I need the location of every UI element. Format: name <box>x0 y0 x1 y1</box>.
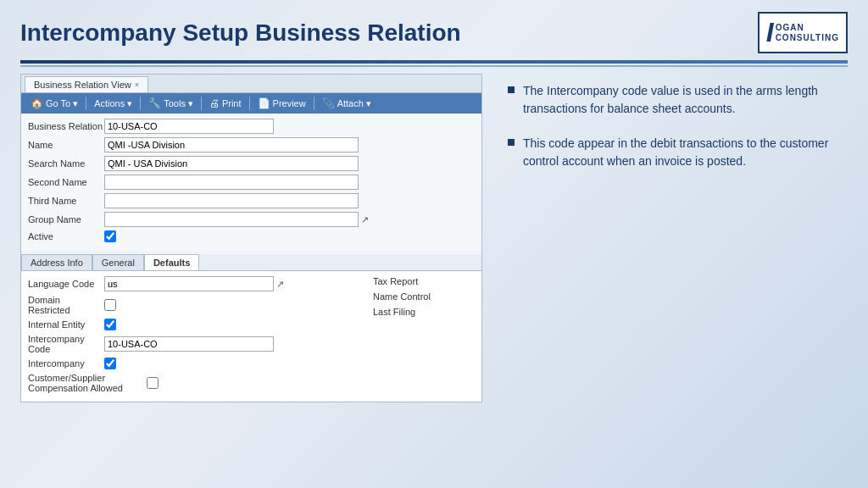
language-code-link-icon[interactable]: ↗ <box>276 279 284 290</box>
main-content: Business Relation View × 🏠 Go To ▾ Actio… <box>0 74 868 402</box>
right-label-name-control: Name Control <box>373 291 475 302</box>
tools-arrow: ▾ <box>188 98 193 109</box>
label-language-code: Language Code <box>28 279 104 289</box>
attach-label: Attach <box>337 98 364 108</box>
logo-text: OGAN CONSULTING <box>776 23 839 43</box>
form-row-search-name: Search Name <box>28 156 475 171</box>
actions-label: Actions <box>94 98 125 108</box>
divider-bottom <box>20 65 848 67</box>
preview-button[interactable]: 📄 Preview <box>253 96 310 111</box>
attach-arrow: ▾ <box>366 98 371 109</box>
form-row-compensation: Customer/Supplier Compensation Allowed <box>28 373 356 393</box>
logo-line1: OGAN <box>776 23 839 33</box>
attach-icon: 📎 <box>322 97 335 109</box>
preview-label: Preview <box>273 98 306 108</box>
tools-label: Tools <box>164 98 186 108</box>
right-label-last-filing: Last Filing <box>373 307 475 317</box>
goto-label: Go To <box>46 98 70 108</box>
input-group-name[interactable] <box>104 212 359 227</box>
print-button[interactable]: 🖨 Print <box>205 96 246 111</box>
bullet-item-1: The Intercompany code value is used in t… <box>508 82 839 118</box>
right-label-tax-report: Tax Report <box>373 276 475 286</box>
sub-tabs: Address Info General Defaults <box>21 254 481 271</box>
form-row-intercompany-code: Intercompany Code <box>28 334 356 354</box>
label-domain-restricted: Domain Restricted <box>28 295 104 315</box>
left-panel: Business Relation View × 🏠 Go To ▾ Actio… <box>20 74 482 402</box>
input-search-name[interactable] <box>104 156 359 171</box>
bullet-text-2: This code appear in the debit transactio… <box>523 135 839 170</box>
logo: I OGAN CONSULTING <box>758 12 848 53</box>
tab-defaults[interactable]: Defaults <box>144 254 199 270</box>
header: Intercompany Setup Business Relation I O… <box>0 0 868 60</box>
form-row-second-name: Second Name <box>28 175 475 190</box>
bullet-icon-1 <box>508 86 515 93</box>
form-row-domain-restricted: Domain Restricted <box>28 295 356 315</box>
toolbar: 🏠 Go To ▾ Actions ▾ 🔧 Tools ▾ 🖨 <box>21 93 481 114</box>
sep5 <box>314 97 314 110</box>
form-body: Business Relation Name Search Name Secon… <box>21 114 481 251</box>
divider-top <box>20 60 848 64</box>
label-search-name: Search Name <box>28 158 104 169</box>
label-group-name: Group Name <box>28 214 104 225</box>
form-row-group-name: Group Name ↗ <box>28 212 475 227</box>
preview-icon: 📄 <box>258 97 270 109</box>
actions-arrow: ▾ <box>127 98 132 109</box>
logo-line2: CONSULTING <box>776 33 839 43</box>
label-internal-entity: Internal Entity <box>28 319 104 330</box>
sub-form: Language Code ↗ Domain Restricted Intern… <box>21 271 481 402</box>
sep4 <box>249 97 250 110</box>
checkbox-internal-entity[interactable] <box>104 319 116 330</box>
form-row-business-relation: Business Relation <box>28 119 475 134</box>
label-name: Name <box>28 140 104 150</box>
tools-icon: 🔧 <box>148 97 161 109</box>
sep2 <box>140 97 141 110</box>
logo-icon: I <box>766 17 774 48</box>
tab-address-info[interactable]: Address Info <box>21 254 92 270</box>
form-row-third-name: Third Name <box>28 193 475 208</box>
label-intercompany: Intercompany <box>28 358 104 369</box>
label-business-relation: Business Relation <box>28 121 104 131</box>
right-panel: The Intercompany code value is used in t… <box>499 74 848 402</box>
input-business-relation[interactable] <box>104 119 274 134</box>
form-row-internal-entity: Internal Entity <box>28 319 356 330</box>
tab-bar: Business Relation View × <box>21 75 481 93</box>
tools-button[interactable]: 🔧 Tools ▾ <box>144 96 198 111</box>
page-title: Intercompany Setup Business Relation <box>20 19 461 47</box>
tab-general[interactable]: General <box>92 254 144 270</box>
label-compensation: Customer/Supplier Compensation Allowed <box>28 373 147 393</box>
checkbox-active[interactable] <box>104 230 116 242</box>
bullet-icon-2 <box>508 139 515 146</box>
input-second-name[interactable] <box>104 175 359 190</box>
input-language-code[interactable] <box>104 276 274 291</box>
form-row-active: Active <box>28 230 475 242</box>
sep1 <box>86 97 86 110</box>
form-row-name: Name <box>28 137 475 152</box>
print-label: Print <box>222 98 242 108</box>
label-intercompany-code: Intercompany Code <box>28 334 104 354</box>
goto-button[interactable]: 🏠 Go To ▾ <box>26 96 82 111</box>
checkbox-intercompany[interactable] <box>104 358 116 369</box>
tab-label: Business Relation View <box>34 80 131 90</box>
sub-form-right: Tax Report Name Control Last Filing <box>373 276 475 396</box>
goto-arrow: ▾ <box>73 98 78 109</box>
label-active: Active <box>28 231 104 241</box>
label-second-name: Second Name <box>28 177 104 187</box>
form-row-intercompany: Intercompany <box>28 358 356 369</box>
close-icon[interactable]: × <box>135 80 139 89</box>
print-icon: 🖨 <box>209 97 220 109</box>
checkbox-domain-restricted[interactable] <box>104 299 116 311</box>
actions-button[interactable]: Actions ▾ <box>90 97 136 111</box>
attach-button[interactable]: 📎 Attach ▾ <box>318 96 376 111</box>
input-name[interactable] <box>104 137 359 152</box>
group-name-link-icon[interactable]: ↗ <box>361 214 369 225</box>
business-relation-tab[interactable]: Business Relation View × <box>25 76 148 92</box>
bullet-text-1: The Intercompany code value is used in t… <box>523 82 839 118</box>
sep3 <box>201 97 202 110</box>
form-row-language-code: Language Code ↗ <box>28 276 356 291</box>
input-third-name[interactable] <box>104 193 359 208</box>
goto-icon: 🏠 <box>31 97 43 109</box>
bullet-item-2: This code appear in the debit transactio… <box>508 135 839 170</box>
checkbox-compensation[interactable] <box>147 377 159 389</box>
input-intercompany-code[interactable] <box>104 336 274 352</box>
label-third-name: Third Name <box>28 196 104 206</box>
